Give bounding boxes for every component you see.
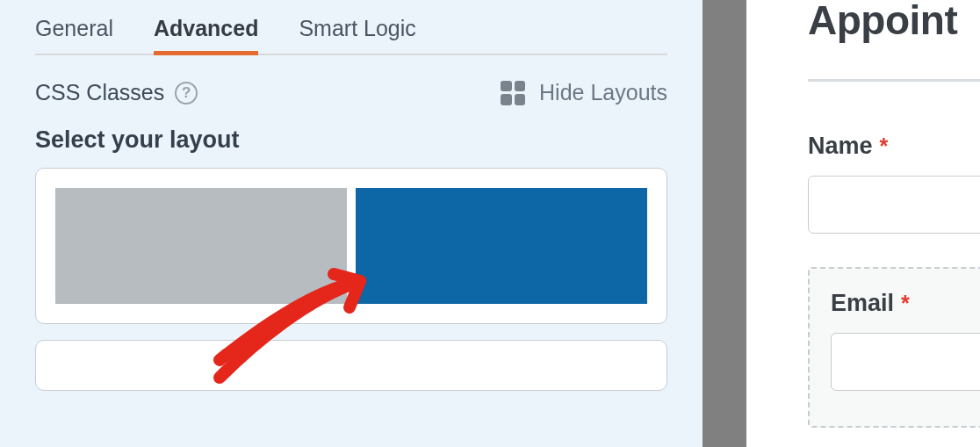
settings-inner: General Advanced Smart Logic CSS Classes…: [35, 0, 667, 391]
name-input[interactable]: [808, 176, 980, 234]
email-field-dashed-box[interactable]: Email *: [808, 267, 980, 428]
select-layout-heading: Select your layout: [35, 126, 667, 154]
tab-smart-logic[interactable]: Smart Logic: [299, 9, 415, 54]
email-label-text: Email: [831, 290, 894, 317]
required-asterisk: *: [880, 133, 889, 159]
css-classes-input[interactable]: [35, 340, 667, 391]
name-label-text: Name: [808, 133, 873, 160]
layout-half-right-selected[interactable]: [356, 188, 647, 304]
name-field-label: Name *: [808, 133, 980, 160]
email-field-label: Email *: [831, 290, 980, 317]
hide-layouts-label: Hide Layouts: [539, 80, 667, 105]
form-title: Appoint: [808, 0, 980, 44]
hide-layouts-button[interactable]: Hide Layouts: [501, 80, 667, 105]
panel-gutter: [703, 0, 746, 447]
layout-row: [55, 188, 647, 304]
css-classes-label-group: CSS Classes ?: [35, 80, 198, 105]
css-classes-row: CSS Classes ? Hide Layouts: [35, 80, 667, 105]
tab-advanced[interactable]: Advanced: [154, 9, 258, 54]
settings-tabs: General Advanced Smart Logic: [35, 9, 667, 55]
layout-half-left[interactable]: [55, 188, 347, 304]
preview-divider: [808, 79, 980, 82]
tab-general[interactable]: General: [35, 9, 113, 54]
settings-panel: General Advanced Smart Logic CSS Classes…: [0, 0, 703, 447]
form-preview-panel: Appoint Name * Email *: [746, 0, 980, 447]
layout-preview-card: [35, 168, 667, 324]
required-asterisk: *: [901, 291, 910, 316]
app-root: General Advanced Smart Logic CSS Classes…: [0, 0, 980, 447]
css-classes-label: CSS Classes: [35, 80, 164, 105]
grid-icon: [501, 81, 525, 105]
help-icon[interactable]: ?: [175, 82, 198, 105]
email-input[interactable]: [831, 333, 980, 391]
